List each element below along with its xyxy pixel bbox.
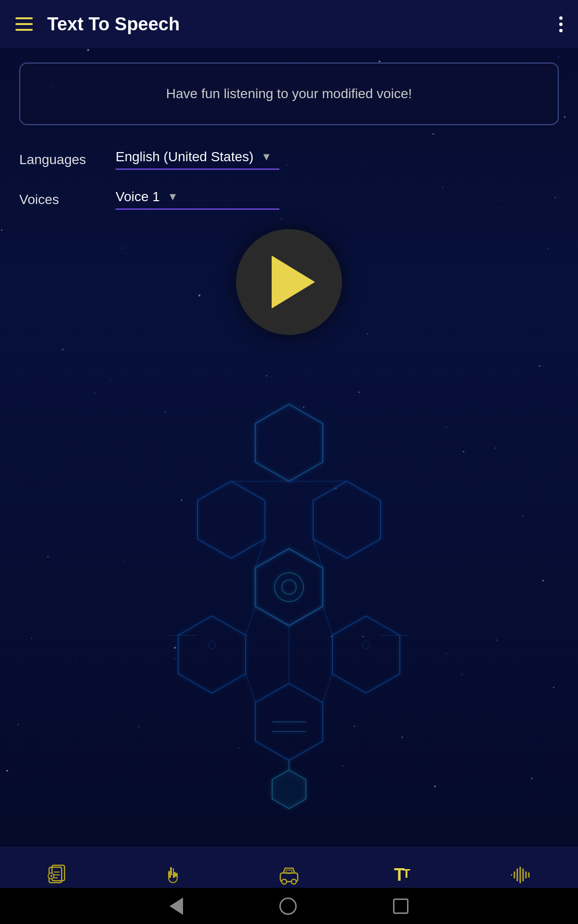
back-button[interactable] (170, 898, 183, 915)
header-left: Text To Speech (15, 14, 180, 35)
play-triangle-icon (272, 256, 315, 308)
svg-text:T: T (403, 866, 410, 881)
voice-selector-row: Voices Voice 1 ▼ (19, 189, 559, 210)
android-navbar (0, 888, 578, 924)
svg-point-35 (291, 879, 296, 884)
fxs-icon (510, 864, 531, 890)
svg-point-5 (282, 580, 296, 594)
hamburger-menu-button[interactable] (15, 17, 33, 31)
voice-dropdown-arrow-icon: ▼ (168, 191, 178, 203)
svg-line-19 (323, 674, 332, 703)
svg-marker-6 (178, 616, 246, 693)
library-icon (47, 864, 68, 890)
manual-icon (163, 864, 184, 890)
svg-marker-2 (313, 481, 381, 558)
svg-line-17 (323, 606, 332, 635)
svg-marker-3 (255, 549, 323, 626)
main-content: Have fun listening to your modified voic… (0, 48, 578, 847)
play-button-container (19, 229, 559, 335)
language-value: English (United States) (116, 149, 253, 165)
app-title: Text To Speech (47, 14, 180, 35)
svg-point-34 (282, 879, 287, 884)
svg-point-4 (275, 573, 303, 602)
svg-marker-1 (197, 481, 265, 558)
svg-point-22 (208, 641, 216, 649)
svg-marker-7 (332, 616, 400, 693)
play-button[interactable] (236, 229, 342, 335)
home-button[interactable] (279, 898, 297, 915)
hex-background-decoration (120, 366, 458, 847)
more-options-button[interactable] (559, 16, 563, 32)
recents-button[interactable] (393, 898, 408, 914)
language-dropdown[interactable]: English (United States) ▼ (116, 149, 279, 170)
content-layer: Have fun listening to your modified voic… (0, 48, 578, 335)
language-dropdown-arrow-icon: ▼ (261, 151, 272, 163)
auto-icon (278, 864, 300, 890)
svg-marker-0 (255, 404, 323, 481)
voice-dropdown[interactable]: Voice 1 ▼ (116, 189, 279, 210)
voice-value: Voice 1 (116, 189, 160, 205)
svg-line-16 (246, 606, 255, 635)
language-label: Languages (19, 152, 116, 167)
text-input-area[interactable]: Have fun listening to your modified voic… (19, 63, 559, 125)
svg-marker-11 (272, 770, 306, 808)
svg-point-23 (362, 641, 370, 649)
svg-line-18 (246, 674, 255, 703)
text-input-placeholder: Have fun listening to your modified voic… (166, 86, 412, 102)
voice-label: Voices (19, 192, 116, 207)
app-header: Text To Speech (0, 0, 578, 48)
language-selector-row: Languages English (United States) ▼ (19, 149, 559, 170)
